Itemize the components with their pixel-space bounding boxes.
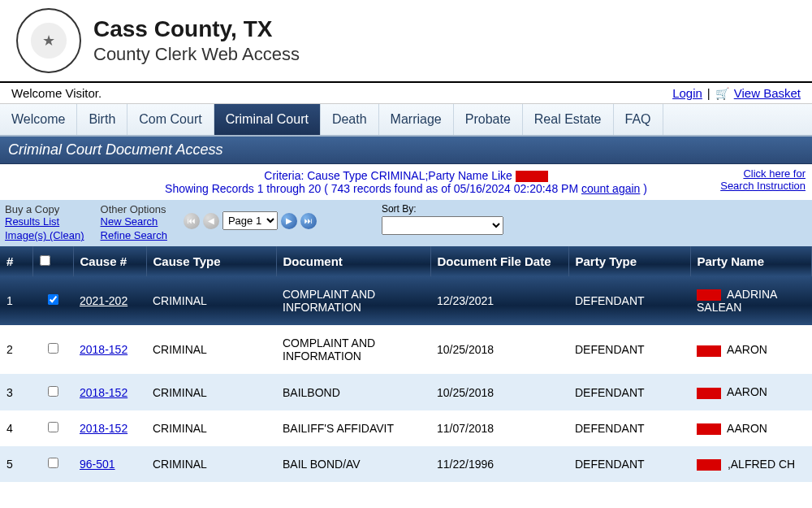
nav-com-court[interactable]: Com Court — [127, 104, 214, 135]
separator: | — [707, 86, 710, 100]
cell-party-name: AADRINA SALEAN — [690, 276, 812, 325]
th-rownum[interactable]: # — [0, 246, 32, 276]
cell-party-name: AARON — [690, 325, 812, 374]
results-list-link[interactable]: Results List — [5, 215, 84, 229]
state-seal-icon — [16, 8, 81, 73]
nav-marriage[interactable]: Marriage — [379, 104, 454, 135]
row-checkbox[interactable] — [48, 294, 58, 305]
search-instructions-link[interactable]: Search Instruction — [720, 180, 806, 192]
cell-file-date: 11/07/2018 — [430, 410, 568, 446]
cell-document: BAIL BOND/AV — [276, 446, 430, 482]
cell-document: BAILIFF'S AFFIDAVIT — [276, 410, 430, 446]
page-select[interactable]: Page 1 — [222, 211, 278, 230]
th-cause[interactable]: Cause # — [73, 246, 146, 276]
cell-checkbox — [32, 410, 73, 446]
row-checkbox[interactable] — [48, 422, 58, 432]
next-page-icon[interactable]: ▶ — [281, 213, 297, 229]
cell-party-type: DEFENDANT — [568, 410, 690, 446]
cell-rownum: 1 — [0, 276, 32, 325]
cell-party-type: DEFENDANT — [568, 374, 690, 410]
th-party-name[interactable]: Party Name — [690, 246, 812, 276]
welcome-text: Welcome Visitor. — [11, 86, 102, 100]
cell-cause-type: CRIMINAL — [146, 410, 276, 446]
cell-rownum: 2 — [0, 325, 32, 374]
nav-probate[interactable]: Probate — [454, 104, 523, 135]
nav-faq[interactable]: FAQ — [614, 104, 663, 135]
redacted-name-part — [697, 289, 721, 301]
cell-document: BAILBOND — [276, 374, 430, 410]
th-cause-type[interactable]: Cause Type — [146, 246, 276, 276]
sort-label: Sort By: — [382, 203, 503, 215]
table-row[interactable]: 596-501CRIMINALBAIL BOND/AV11/22/1996DEF… — [0, 446, 812, 482]
th-checkbox — [32, 246, 73, 276]
th-document[interactable]: Document — [276, 246, 430, 276]
pager: ⏮ ◀ Page 1 ▶ ⏭ — [184, 203, 317, 230]
criteria-redacted-value — [516, 171, 548, 182]
cell-rownum: 4 — [0, 410, 32, 446]
cell-cause: 2018-152 — [73, 325, 146, 374]
showing-line: Showing Records 1 through 20 ( 743 recor… — [6, 182, 806, 195]
row-checkbox[interactable] — [48, 343, 58, 354]
refine-search-link[interactable]: Refine Search — [101, 229, 167, 243]
criteria-area: Click here for Search Instruction Criter… — [0, 164, 812, 200]
redacted-name-part — [697, 388, 721, 399]
view-basket-link[interactable]: View Basket — [734, 86, 801, 100]
cart-icon: 🛒 — [715, 87, 729, 100]
cell-rownum: 5 — [0, 446, 32, 482]
new-search-link[interactable]: New Search — [101, 215, 167, 229]
cell-cause-type: CRIMINAL — [146, 446, 276, 482]
cell-cause-type: CRIMINAL — [146, 276, 276, 325]
cell-checkbox — [32, 374, 73, 410]
table-row[interactable]: 42018-152CRIMINALBAILIFF'S AFFIDAVIT11/0… — [0, 410, 812, 446]
th-file-date[interactable]: Document File Date — [430, 246, 568, 276]
cell-file-date: 10/25/2018 — [430, 325, 568, 374]
site-title: Cass County, TX — [93, 16, 300, 42]
nav-birth[interactable]: Birth — [77, 104, 127, 135]
cause-link[interactable]: 2018-152 — [80, 343, 127, 356]
cell-file-date: 12/23/2021 — [430, 276, 568, 325]
top-bar: Welcome Visitor. Login | 🛒 View Basket — [0, 83, 812, 104]
cell-checkbox — [32, 325, 73, 374]
title-block: Cass County, TX County Clerk Web Access — [93, 16, 300, 65]
table-row[interactable]: 12021-202CRIMINALCOMPLAINT AND INFORMATI… — [0, 276, 812, 325]
images-clean-link[interactable]: Image(s) (Clean) — [5, 229, 84, 243]
row-checkbox[interactable] — [48, 458, 58, 468]
last-page-icon[interactable]: ⏭ — [300, 213, 317, 229]
cell-cause: 2018-152 — [73, 374, 146, 410]
site-subtitle: County Clerk Web Access — [93, 44, 300, 65]
cell-party-type: DEFENDANT — [568, 446, 690, 482]
showing-prefix: Showing Records 1 through 20 ( 743 recor… — [165, 182, 581, 195]
cell-cause-type: CRIMINAL — [146, 374, 276, 410]
nav-welcome[interactable]: Welcome — [0, 104, 77, 135]
select-all-checkbox[interactable] — [40, 255, 50, 266]
cell-document: COMPLAINT AND INFORMATION — [276, 276, 430, 325]
first-page-icon[interactable]: ⏮ — [184, 213, 200, 229]
nav-death[interactable]: Death — [321, 104, 379, 135]
cell-rownum: 3 — [0, 374, 32, 410]
cause-link[interactable]: 2018-152 — [80, 422, 127, 435]
controls-row: Buy a Copy Results List Image(s) (Clean)… — [0, 200, 812, 246]
row-checkbox[interactable] — [48, 386, 58, 397]
redacted-name-part — [697, 423, 721, 435]
sort-select[interactable] — [382, 216, 503, 235]
search-instructions-block: Click here for Search Instruction — [720, 167, 806, 192]
nav-criminal-court[interactable]: Criminal Court — [214, 104, 321, 135]
login-link[interactable]: Login — [672, 86, 702, 100]
table-row[interactable]: 32018-152CRIMINALBAILBOND10/25/2018DEFEN… — [0, 374, 812, 410]
cause-link[interactable]: 2018-152 — [80, 386, 127, 399]
cell-party-type: DEFENDANT — [568, 325, 690, 374]
nav-real-estate[interactable]: Real Estate — [523, 104, 614, 135]
count-again-link[interactable]: count again — [581, 182, 640, 195]
click-here-link[interactable]: Click here for — [743, 167, 806, 180]
th-party-type[interactable]: Party Type — [568, 246, 690, 276]
sort-block: Sort By: — [382, 203, 503, 235]
cell-party-name: AARON — [690, 410, 812, 446]
prev-page-icon[interactable]: ◀ — [203, 213, 219, 229]
cause-link[interactable]: 96-501 — [80, 458, 115, 471]
cell-file-date: 11/22/1996 — [430, 446, 568, 482]
table-row[interactable]: 22018-152CRIMINALCOMPLAINT AND INFORMATI… — [0, 325, 812, 374]
site-header: Cass County, TX County Clerk Web Access — [0, 0, 812, 83]
cell-cause: 2021-202 — [73, 276, 146, 325]
main-nav: Welcome Birth Com Court Criminal Court D… — [0, 104, 812, 137]
cause-link[interactable]: 2021-202 — [80, 294, 127, 307]
